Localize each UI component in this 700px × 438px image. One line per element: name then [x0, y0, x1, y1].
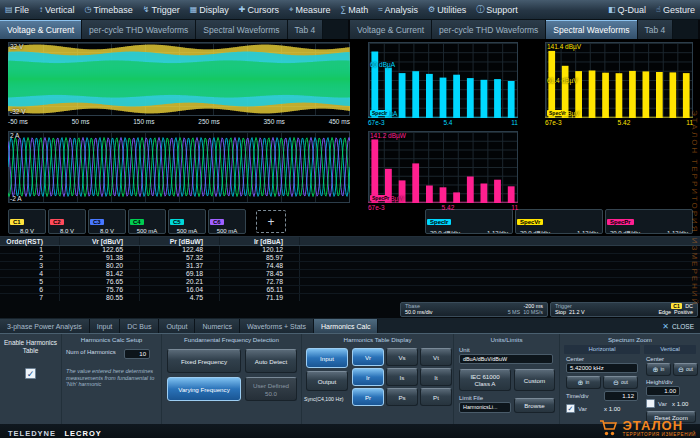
- trigger-mode-level: Stop 21.2 V: [555, 310, 585, 316]
- table-row[interactable]: 1122.65122.48120.12: [0, 246, 700, 254]
- table-cell: 16.04: [140, 286, 220, 293]
- v-zoom-in-button[interactable]: ⊕ in: [646, 363, 671, 376]
- enable-harmonics-checkbox[interactable]: ✓: [25, 368, 36, 379]
- browse-button[interactable]: Browse: [514, 398, 555, 413]
- current-waveform-panel[interactable]: 2 A -2 A: [8, 131, 350, 203]
- select-vr-button[interactable]: Vr: [352, 348, 384, 366]
- time-div-value[interactable]: 1.12: [604, 391, 638, 401]
- tab-right-spectral-waveforms[interactable]: Spectral Waveforms: [546, 20, 637, 39]
- menu-item-trigger[interactable]: ↯Trigger: [138, 0, 185, 19]
- menu-item-q-dual[interactable]: ◧Q-Dual: [603, 0, 651, 19]
- channel-c3-descriptor[interactable]: C38.0 V0 mV: [88, 209, 126, 234]
- dialog-tab-output[interactable]: Output: [159, 319, 195, 333]
- dialog-tab-harmonics-calc[interactable]: Harmonics Calc: [314, 319, 378, 333]
- h-zoom-out-button[interactable]: ⊖ out: [603, 376, 638, 389]
- table-row[interactable]: 291.3857.3285.97: [0, 254, 700, 262]
- channel-c4-descriptor[interactable]: C4500 mA0 mA: [128, 209, 166, 234]
- channel-c1-label: C1: [10, 219, 24, 225]
- spectrum-vr-panel[interactable]: 141.4 dBµV 61.4 dBµV -18.6 dBµV SpecVr: [545, 42, 693, 118]
- table-row[interactable]: 675.7616.0465.11: [0, 286, 700, 294]
- spectrum-ir-panel[interactable]: 60 dBµA -20 dBµA SpecIr: [368, 42, 518, 118]
- etalon-watermark-text: ЭТАЛОН ТЕРРИТОРИЯ ИЗМЕРЕНИЙ: [623, 419, 696, 437]
- tab-right-tab-4[interactable]: Tab 4: [638, 20, 674, 39]
- output-button[interactable]: Output: [306, 371, 348, 391]
- v-var-checkbox[interactable]: [646, 399, 655, 408]
- trigger-box[interactable]: Trigger C1 DC Stop 21.2 V Edge Positive: [550, 302, 698, 317]
- channel-c1-descriptor[interactable]: C18.0 V0 mV: [8, 209, 46, 234]
- table-row[interactable]: 576.6520.2172.78: [0, 278, 700, 286]
- fixed-frequency-button[interactable]: Fixed Frequency: [167, 349, 241, 373]
- menu-item-label: Utilities: [437, 5, 466, 15]
- dialog-tab-3-phase-power-analysis[interactable]: 3-phase Power Analysis: [0, 319, 90, 333]
- menu-item-support[interactable]: ⓘSupport: [471, 0, 523, 19]
- channel-c5-descriptor[interactable]: C5500 mA0 mA: [168, 209, 206, 234]
- h-zoom-in-button[interactable]: ⊕ in: [566, 376, 601, 389]
- table-header-cell-empty: [300, 237, 700, 245]
- menu-item-utilities[interactable]: ⚙Utilities: [423, 0, 471, 19]
- trigger-type: Edge: [659, 309, 672, 315]
- unit-value[interactable]: dBuA/dBuV/dBuW: [459, 354, 553, 364]
- h-var-checkbox[interactable]: ✓: [566, 404, 575, 413]
- timebase-sampling: 5 MS 10 MS/s: [508, 310, 543, 316]
- tab-right-per-cycle-thd-waveforms[interactable]: per-cycle THD Waveforms: [432, 20, 546, 39]
- h-var-label: Var: [578, 406, 587, 412]
- channel-c6-descriptor[interactable]: C6500 mA0 mA: [208, 209, 246, 234]
- add-channel-button[interactable]: +: [256, 210, 286, 233]
- table-header-cell: Pr [dBuW]: [140, 237, 220, 245]
- select-vs-button[interactable]: Vs: [386, 348, 418, 366]
- dialog-close-button[interactable]: ✕ CLOSE: [662, 322, 700, 333]
- spec-specvr-descriptor[interactable]: SpecVr20.0 dB/div1.12/div: [515, 209, 603, 234]
- channel-c2-descriptor[interactable]: C28.0 V0 mV: [48, 209, 86, 234]
- select-pr-button[interactable]: Pr: [352, 388, 384, 406]
- limit-file-value[interactable]: HarmonicsLi...: [459, 402, 511, 413]
- dialog-tab-waveforms-stats[interactable]: Waveforms + Stats: [240, 319, 314, 333]
- user-defined-button[interactable]: User Defined 50.0: [245, 377, 297, 401]
- height-div-value[interactable]: 1.00: [646, 386, 680, 396]
- tab-left-spectral-waveforms[interactable]: Spectral Waveforms: [196, 20, 287, 39]
- table-row[interactable]: 481.4269.1878.45: [0, 270, 700, 278]
- select-ps-button[interactable]: Ps: [386, 388, 418, 406]
- voltage-waveform-panel[interactable]: 32 V -32 V: [8, 42, 350, 116]
- select-pt-button[interactable]: Pt: [420, 388, 452, 406]
- custom-button[interactable]: Custom: [514, 369, 555, 391]
- menu-item-cursors[interactable]: ✚Cursors: [234, 0, 284, 19]
- menu-item-measure[interactable]: ⌖Measure: [284, 0, 336, 19]
- user-defined-label: User Defined: [253, 382, 289, 389]
- table-cell: 57.32: [140, 254, 220, 261]
- select-it-button[interactable]: It: [420, 368, 452, 386]
- spec-specir-descriptor[interactable]: SpecIr20.0 dB/div1.12/div: [425, 209, 513, 234]
- tab-left-voltage-current[interactable]: Voltage & Current: [0, 20, 82, 39]
- menu-item-math[interactable]: ∑Math: [335, 0, 373, 19]
- varying-frequency-button[interactable]: Varying Frequency: [167, 377, 241, 401]
- menu-item-timebase[interactable]: ◷Timebase: [80, 0, 138, 19]
- dialog-tab-input[interactable]: Input: [90, 319, 121, 333]
- menu-item-label: Timebase: [94, 5, 133, 15]
- menu-item-display[interactable]: ▦Display: [185, 0, 234, 19]
- menu-item-vertical[interactable]: ↕Vertical: [34, 0, 80, 19]
- input-button[interactable]: Input: [306, 348, 348, 368]
- gesture-icon: ☝: [656, 5, 661, 14]
- v-zoom-out-button[interactable]: ⊖ out: [673, 363, 698, 376]
- timebase-box[interactable]: Tbase -200 ms 50.0 ms/div 5 MS 10 MS/s: [400, 302, 548, 317]
- tab-left-per-cycle-thd-waveforms[interactable]: per-cycle THD Waveforms: [82, 20, 196, 39]
- select-vt-button[interactable]: Vt: [420, 348, 452, 366]
- iec-61000-class-a-button[interactable]: IEC 61000 Class A: [459, 369, 511, 391]
- tab-group-left: Voltage & Currentper-cycle THD Waveforms…: [0, 20, 350, 39]
- h-center-value[interactable]: 5.42000 kHz: [566, 363, 638, 373]
- freq-label: 67e-3: [368, 119, 385, 126]
- dialog-tab-numerics[interactable]: Numerics: [195, 319, 240, 333]
- spectrum-pr-panel[interactable]: 141.2 dBµW -18.8 dBµW SpecPr: [368, 131, 518, 203]
- menu-item-file[interactable]: ▤File: [0, 0, 34, 19]
- menu-item-analysis[interactable]: ≈Analysis: [373, 0, 423, 19]
- spec-specpr-descriptor[interactable]: SpecPr20.0 dB/div1.12/div: [605, 209, 693, 234]
- select-is-button[interactable]: Is: [386, 368, 418, 386]
- tab-left-tab-4[interactable]: Tab 4: [288, 20, 324, 39]
- menu-item-gesture[interactable]: ☝Gesture: [651, 0, 700, 19]
- auto-detect-button[interactable]: Auto Detect: [245, 349, 297, 373]
- table-row[interactable]: 380.2031.3774.48: [0, 262, 700, 270]
- table-cell-empty: [300, 278, 700, 285]
- select-ir-button[interactable]: Ir: [352, 368, 384, 386]
- dialog-tab-dc-bus[interactable]: DC Bus: [120, 319, 159, 333]
- num-harmonics-input[interactable]: 10: [124, 349, 150, 359]
- tab-right-voltage-current[interactable]: Voltage & Current: [350, 20, 432, 39]
